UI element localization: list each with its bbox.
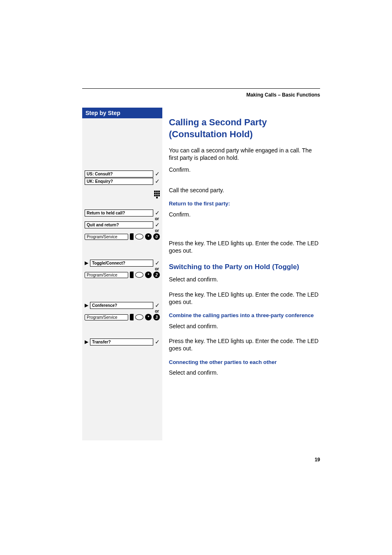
- display-row-quit-return: Quit and return? ✓: [85, 221, 160, 228]
- or-label: or: [85, 216, 160, 221]
- or-label: or: [85, 309, 160, 313]
- display-row-conference: ▶ Conference? ✓: [85, 302, 160, 309]
- check-icon: ✓: [155, 178, 160, 184]
- call-second-text: Call the second party.: [169, 187, 320, 194]
- or-label: or: [85, 228, 160, 233]
- step-header: Step by Step: [82, 108, 162, 118]
- display-row-consult-us: US: Consult? ✓: [85, 170, 160, 177]
- led-icon: [130, 233, 134, 240]
- select-confirm-text-3: Select and confirm.: [169, 369, 320, 376]
- select-confirm-text-1: Select and confirm.: [169, 276, 320, 283]
- keyrow-program-service-2: Program/Service * 2: [85, 271, 160, 279]
- check-icon: ✓: [155, 210, 160, 216]
- check-icon: ✓: [155, 260, 160, 266]
- key-star: *: [145, 233, 152, 240]
- key-label-program-service: Program/Service: [85, 314, 128, 320]
- intro-text: You can call a second party while engage…: [169, 147, 320, 161]
- display-text: Conference?: [90, 302, 153, 309]
- display-row-toggle: ▶ Toggle/Connect? ✓: [85, 259, 160, 267]
- key-label-program-service: Program/Service: [85, 272, 128, 278]
- subheading-return-first: Return to the first party:: [169, 200, 320, 207]
- keypad-icon: [154, 191, 160, 198]
- display-text: US: Consult?: [85, 170, 153, 177]
- led-icon: [130, 314, 134, 320]
- display-row-transfer: ▶ Transfer? ✓: [85, 338, 160, 345]
- check-icon: ✓: [155, 302, 160, 309]
- arrow-icon: ▶: [85, 339, 88, 345]
- header-rule: [82, 88, 320, 89]
- key-0: 0: [153, 233, 160, 240]
- key-star: *: [145, 272, 152, 278]
- page-number: 19: [82, 457, 320, 463]
- press-key-text-2: Press the key. The LED lights up. Enter …: [169, 291, 320, 306]
- select-confirm-text-2: Select and confirm.: [169, 322, 320, 330]
- display-row-consult-uk: UK: Enquiry? ✓: [85, 177, 160, 185]
- arrow-icon: ▶: [85, 302, 88, 308]
- or-label: or: [85, 267, 160, 271]
- display-text: Return to held call?: [85, 210, 153, 216]
- content-columns: Step by Step US: Consult? ✓ UK: Enquiry?…: [82, 108, 320, 440]
- heading-main: Calling a Second Party (Consultation Hol…: [169, 117, 320, 140]
- keyrow-program-service-0: Program/Service * 0: [85, 233, 160, 240]
- display-text: UK: Enquiry?: [85, 178, 153, 185]
- key-label-program-service: Program/Service: [85, 234, 128, 240]
- confirm-text-2: Confirm.: [169, 211, 320, 218]
- key-2: 2: [153, 272, 160, 278]
- step-by-step-column: Step by Step US: Consult? ✓ UK: Enquiry?…: [82, 108, 162, 440]
- button-icon: [135, 272, 143, 278]
- press-key-text-1: Press the key. The LED lights up. Enter …: [169, 240, 320, 254]
- keyrow-program-service-3: Program/Service * 3: [85, 313, 160, 321]
- led-icon: [130, 272, 134, 278]
- check-icon: ✓: [155, 221, 160, 228]
- body-column: Calling a Second Party (Consultation Hol…: [169, 108, 320, 440]
- heading-toggle: Switching to the Party on Hold (Toggle): [169, 263, 320, 272]
- press-key-text-3: Press the key. The LED lights up. Enter …: [169, 337, 320, 352]
- display-text: Toggle/Connect?: [90, 260, 153, 267]
- display-text: Quit and return?: [85, 221, 153, 228]
- display-row-return-held: Return to held call? ✓: [85, 209, 160, 216]
- arrow-icon: ▶: [85, 260, 88, 266]
- display-text: Transfer?: [90, 339, 153, 345]
- key-star: *: [145, 314, 152, 320]
- subheading-connecting: Connecting the other parties to each oth…: [169, 359, 320, 366]
- subheading-combine: Combine the calling parties into a three…: [169, 312, 320, 319]
- confirm-text: Confirm.: [169, 166, 320, 173]
- running-header: Making Calls – Basic Functions: [82, 92, 320, 98]
- button-icon: [135, 314, 143, 320]
- keypad-row: [85, 191, 160, 198]
- button-icon: [135, 234, 143, 240]
- key-3: 3: [153, 314, 160, 320]
- check-icon: ✓: [155, 170, 160, 177]
- check-icon: ✓: [155, 339, 160, 345]
